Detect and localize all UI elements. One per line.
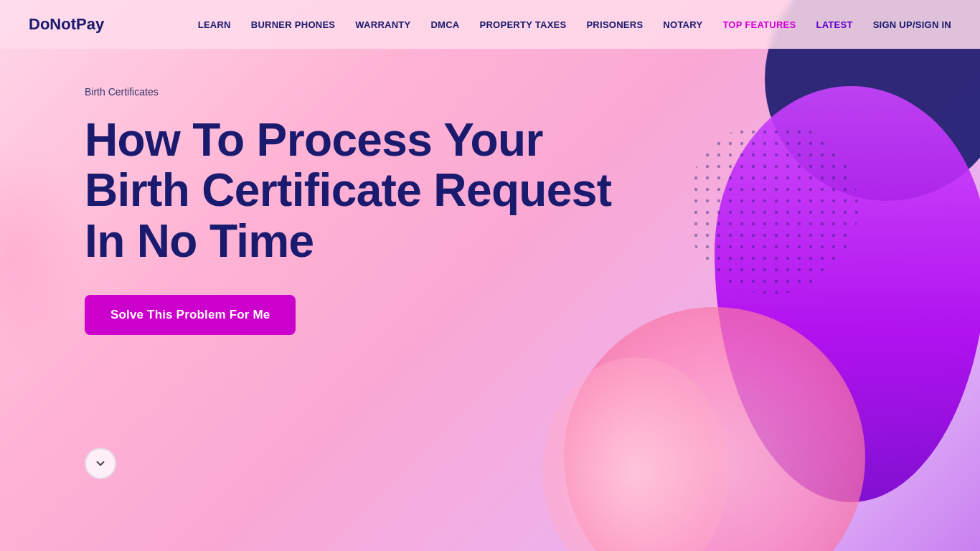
nav-notary[interactable]: NOTARY xyxy=(663,19,702,30)
nav-signin[interactable]: SIGN UP/SIGN IN xyxy=(873,19,951,30)
hero-title-line1: How To Process Your xyxy=(85,114,543,166)
nav-warranty[interactable]: WARRANTY xyxy=(355,19,410,30)
nav-prisoners[interactable]: PRISONERS xyxy=(586,19,643,30)
chevron-down-icon xyxy=(94,457,107,470)
scroll-down-button[interactable] xyxy=(85,448,116,479)
hero-title-line3: In No Time xyxy=(85,215,314,267)
nav-latest[interactable]: LATEST xyxy=(816,19,852,30)
hero-title: How To Process Your Birth Certificate Re… xyxy=(85,115,702,266)
nav-top-features[interactable]: TOP FEATURES xyxy=(722,19,796,30)
main-nav: DoNotPay LEARN BURNER PHONES WARRANTY DM… xyxy=(0,0,980,49)
hero-section: Birth Certificates How To Process Your B… xyxy=(0,0,980,551)
nav-links: LEARN BURNER PHONES WARRANTY DMCA PROPER… xyxy=(198,18,951,31)
nav-learn[interactable]: LEARN xyxy=(198,19,231,30)
nav-dmca[interactable]: DMCA xyxy=(430,19,459,30)
nav-burner-phones[interactable]: BURNER PHONES xyxy=(251,19,336,30)
cta-button[interactable]: Solve This Problem For Me xyxy=(85,295,296,335)
breadcrumb: Birth Certificates xyxy=(85,86,980,98)
site-logo[interactable]: DoNotPay xyxy=(29,15,104,34)
hero-content: Birth Certificates How To Process Your B… xyxy=(0,0,980,335)
hero-title-line2: Birth Certificate Request xyxy=(85,164,611,216)
nav-property-taxes[interactable]: PROPERTY TAXES xyxy=(480,19,567,30)
